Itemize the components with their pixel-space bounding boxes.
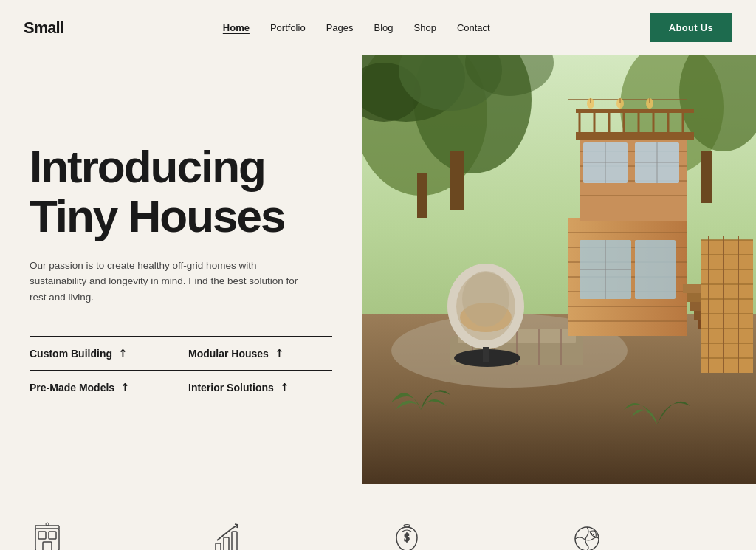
nav-shop[interactable]: Shop [414,22,436,33]
feature-affordable: $ Affordable Natus error sit voluptatem … [389,521,547,550]
about-button[interactable]: About Us [650,13,732,42]
hero-image [362,55,756,484]
feature-innovative: Innovative Natus error sit voluptatem ac… [30,521,188,550]
nav-home[interactable]: Home [223,22,250,33]
hero-links: Custom Building ↗ Modular Houses ↗ Pre-M… [30,336,332,404]
arrow-icon: ↗ [277,380,292,396]
svg-rect-87 [49,532,56,539]
nav-contact[interactable]: Contact [457,22,490,33]
nav-blog[interactable]: Blog [374,22,394,33]
svg-text:$: $ [405,532,410,543]
svg-rect-95 [232,532,237,550]
svg-rect-6 [417,173,427,218]
arrow-icon: ↗ [272,346,287,362]
svg-rect-5 [450,151,464,210]
affordable-icon: $ [389,521,425,550]
logo: Small [24,18,63,38]
svg-point-72 [462,271,509,327]
svg-rect-7 [701,151,712,203]
hero-subtitle: Our passion is to create healthy off-gri… [30,258,310,306]
eco-icon [569,521,605,550]
link-interior-solutions[interactable]: Interior Solutions ↗ [181,370,332,404]
feature-scalable: Scalable Natus error sit voluptatem accu… [210,521,368,550]
innovative-icon [30,521,65,550]
svg-rect-73 [483,347,489,362]
link-custom-building[interactable]: Custom Building ↗ [30,336,181,370]
header: Small Home Portfolio Pages Blog Shop Con… [0,0,756,55]
nav-portfolio[interactable]: Portfolio [270,22,306,33]
arrow-icon: ↗ [115,346,131,362]
svg-point-97 [575,527,599,550]
svg-rect-49 [576,109,694,113]
svg-rect-93 [216,543,221,550]
feature-eco: Eco-Friendly Natus error sit voluptatem … [569,521,727,550]
hero-title: Introducing Tiny Houses [30,142,332,241]
arrow-icon: ↗ [117,380,133,396]
svg-rect-94 [224,537,229,550]
scalable-icon [210,521,245,550]
features-section: Innovative Natus error sit voluptatem ac… [0,484,756,550]
hero-left: Introducing Tiny Houses Our passion is t… [0,55,362,484]
svg-rect-88 [43,542,52,550]
hero-section: Introducing Tiny Houses Our passion is t… [0,55,756,484]
link-premade-models[interactable]: Pre-Made Models ↗ [30,370,181,404]
nav-pages[interactable]: Pages [326,22,354,33]
svg-rect-26 [635,240,676,299]
link-modular-houses[interactable]: Modular Houses ↗ [181,336,332,370]
svg-rect-86 [38,532,46,539]
main-nav: Home Portfolio Pages Blog Shop Contact [223,22,490,33]
svg-line-98 [590,532,596,537]
